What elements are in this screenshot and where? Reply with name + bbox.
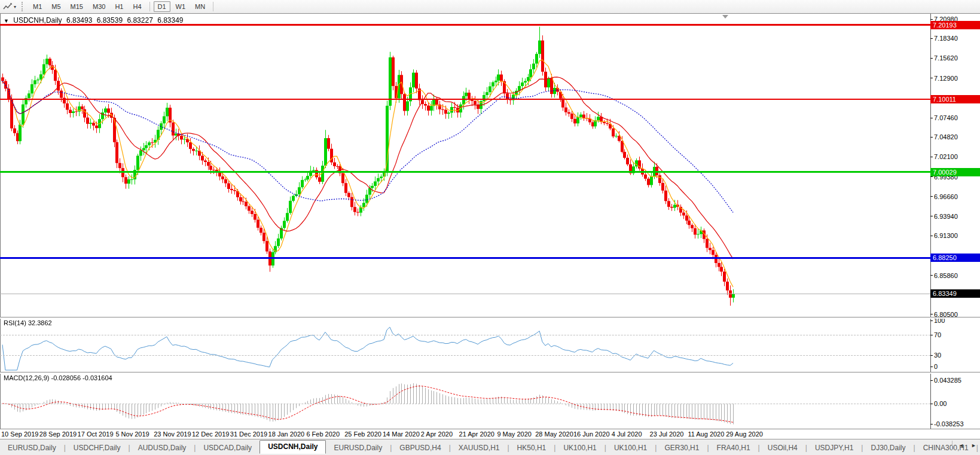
timeframe-button-d1[interactable]: D1	[154, 1, 170, 12]
timeframe-button-m30[interactable]: M30	[88, 1, 109, 12]
chart-tab-fra40[interactable]: FRA40,H1	[709, 444, 758, 452]
drawing-tool-button[interactable]: ▾	[0, 1, 19, 12]
timeframe-button-h1[interactable]: H1	[111, 1, 127, 12]
chart-tab-eurusd[interactable]: EURUSD,Daily	[326, 444, 390, 452]
price-tick-mark	[930, 157, 933, 157]
date-axis-label: 25 Feb 2020	[344, 430, 381, 438]
horizontal-level-line[interactable]	[0, 257, 930, 259]
price-tick-mark	[930, 137, 933, 138]
date-axis-label: 23 Jul 2020	[650, 430, 684, 438]
date-axis-label: 4 Jul 2020	[612, 430, 642, 438]
date-axis-label: 18 Jan 2020	[268, 430, 305, 438]
ohlc-close: 6.83349	[157, 16, 183, 25]
timeframe-button-m5[interactable]: M5	[47, 1, 65, 12]
chart-title: ▼ USDCNH,Daily 6.83493 6.83539 6.83227 6…	[4, 16, 186, 25]
date-axis-label: 28 Sep 2019	[39, 430, 77, 438]
macd-tick-label: 0.00	[934, 400, 947, 407]
chart-tab-xauusd[interactable]: XAUUSD,H1	[451, 444, 508, 452]
chart-tab-usoil[interactable]: USOil,H4	[760, 444, 805, 452]
price-tag: 6.83349	[930, 289, 980, 298]
chart-shift-marker-icon[interactable]	[722, 15, 728, 19]
date-axis-label: 21 Apr 2020	[459, 430, 494, 438]
chart-symbol-period: USDCNH,Daily	[13, 16, 62, 25]
timeframe-button-h4[interactable]: H4	[129, 1, 145, 12]
price-tick-mark	[930, 58, 933, 59]
tab-scroll-buttons: ◄ ►	[952, 441, 978, 450]
date-axis-label: 2 Apr 2020	[421, 430, 453, 438]
price-tick-mark	[930, 176, 933, 177]
price-tick-label: 6.85860	[934, 272, 958, 279]
trading-terminal: ▾ M1M5M15M30H1H4D1W1MN ▼ USDCNH,Daily 6.…	[0, 0, 980, 455]
timeframe-button-m1[interactable]: M1	[29, 1, 46, 12]
price-tick-mark	[930, 78, 933, 78]
chart-tab-hk50[interactable]: HK50,H1	[509, 444, 554, 452]
price-tag: 7.10011	[930, 95, 980, 103]
timeframe-button-mn[interactable]: MN	[191, 1, 209, 12]
ohlc-high: 6.83539	[97, 16, 123, 25]
chart-tab-uk100[interactable]: UK100,H1	[606, 444, 655, 452]
rsi-label: RSI(14) 32.3862	[4, 319, 52, 326]
horizontal-level-line[interactable]	[0, 294, 930, 294]
toolbar-grip[interactable]	[22, 2, 25, 11]
chart-tab-usdcnh[interactable]: USDCNH,Daily	[259, 440, 326, 454]
rsi-level-line	[0, 335, 930, 335]
price-tick-label: 6.96660	[934, 193, 958, 200]
macd-tick-label: -0.038253	[934, 420, 964, 427]
date-axis-label: 14 Mar 2020	[383, 430, 420, 438]
chart-tab-audusd[interactable]: AUDUSD,Daily	[130, 444, 194, 452]
price-tick-label: 7.04820	[934, 133, 958, 141]
date-axis-label: 28 May 2020	[535, 430, 573, 438]
chart-tab-dj30[interactable]: DJ30,Daily	[863, 444, 913, 452]
pane-separator-rsi-macd[interactable]	[0, 372, 980, 374]
macd-label: MACD(12,26,9) -0.028056 -0.031604	[4, 374, 112, 381]
date-axis-label: 29 Aug 2020	[726, 430, 763, 438]
timeframe-toolbar: ▾ M1M5M15M30H1H4D1W1MN	[0, 0, 980, 14]
pane-separator-main-rsi[interactable]	[0, 317, 980, 319]
chart-tab-usdchf[interactable]: USDCHF,Daily	[66, 444, 129, 452]
price-tick-label: 6.91300	[934, 232, 958, 239]
macd-tick-mark	[930, 404, 933, 404]
pane-separator-macd-dates	[0, 429, 980, 430]
date-axis-label: 10 Sep 2019	[1, 430, 38, 438]
price-chart-canvas[interactable]	[0, 14, 930, 429]
rsi-tick-label: 30	[934, 352, 941, 359]
date-axis-label: 5 Nov 2019	[115, 430, 149, 438]
tab-scroll-divider	[952, 441, 952, 450]
tab-scroll-left-icon[interactable]: ◄	[957, 441, 965, 450]
price-tick-label: 7.02100	[934, 153, 958, 160]
price-tag: 7.20193	[930, 21, 980, 29]
macd-tick-mark	[930, 380, 933, 381]
price-tick-mark	[930, 236, 933, 236]
price-tick-mark	[930, 314, 933, 314]
price-tick-mark	[930, 196, 933, 197]
price-tick-label: 7.12900	[934, 75, 958, 82]
chart-tab-ger30[interactable]: GER30,H1	[657, 444, 707, 452]
collapse-triangle-icon[interactable]: ▼	[4, 18, 9, 24]
toolbar-separator	[213, 2, 213, 11]
rsi-tick-mark	[930, 320, 933, 321]
price-tag: 6.88250	[930, 254, 980, 262]
macd-zero-line	[0, 404, 930, 404]
chart-tab-gbpusd[interactable]: GBPUSD,H4	[392, 444, 448, 452]
tab-scroll-right-icon[interactable]: ►	[970, 441, 978, 450]
ohlc-low: 6.83227	[127, 16, 152, 25]
price-tick-label: 7.18340	[934, 35, 958, 42]
date-axis-label: 11 Aug 2020	[688, 430, 724, 438]
price-tick-mark	[930, 19, 933, 20]
timeframe-button-w1[interactable]: W1	[172, 1, 190, 12]
timeframe-button-group: M1M5M15M30H1H4D1W1MN	[28, 1, 216, 12]
horizontal-level-line[interactable]	[0, 99, 930, 100]
chart-tab-eurusd[interactable]: EURUSD,Daily	[0, 444, 64, 452]
rsi-tick-mark	[930, 367, 933, 367]
rsi-tick-mark	[930, 355, 933, 356]
date-axis-label: 17 Oct 2019	[78, 430, 114, 438]
chart-tab-usdjpy[interactable]: USDJPY,H1	[807, 444, 861, 452]
drawing-tool-icon	[3, 2, 13, 11]
horizontal-level-line[interactable]	[0, 171, 930, 173]
chart-tab-uk100[interactable]: UK100,H1	[555, 444, 604, 452]
date-axis-label: 16 Jun 2020	[573, 430, 610, 438]
timeframe-button-m15[interactable]: M15	[66, 1, 87, 12]
date-axis-label: 12 Dec 2019	[192, 430, 229, 438]
chart-tab-usdcad[interactable]: USDCAD,Daily	[196, 444, 259, 452]
date-axis-label: 6 Feb 2020	[306, 430, 340, 438]
